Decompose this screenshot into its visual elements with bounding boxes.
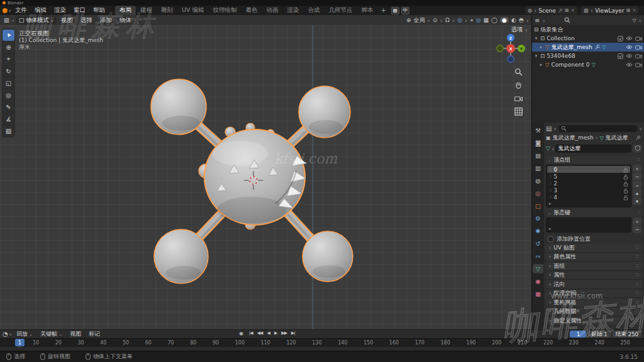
outliner-row-collection[interactable]: ▾ ⊡ Collection	[532, 34, 644, 43]
chevron-down-icon[interactable]: ∨	[452, 18, 455, 23]
menubar-menu[interactable]: 文件	[11, 6, 31, 14]
gizmo-y-axis[interactable]: Y	[518, 45, 525, 52]
collapsed-panel[interactable]: › 法向 ∷	[546, 280, 642, 289]
properties-tab[interactable]: ◍	[533, 176, 543, 185]
move-up-button[interactable]: ▴	[633, 189, 641, 197]
options-button[interactable]: 选项∨	[511, 26, 528, 34]
workspace-tab[interactable]: 脚本	[357, 6, 377, 16]
pin-icon[interactable]	[558, 8, 563, 13]
properties-tab[interactable]: ▦	[533, 289, 543, 299]
tool-button[interactable]: ∡	[3, 113, 14, 124]
shading-wireframe-icon[interactable]: ◯	[491, 17, 497, 23]
workspace-tab[interactable]: 着色	[241, 6, 262, 16]
transport-button[interactable]: |◀	[248, 330, 254, 336]
panel-menu-icon[interactable]: ∷	[636, 263, 639, 269]
expand-arrow-icon[interactable]: ▸	[549, 201, 552, 206]
eye-icon[interactable]	[626, 36, 633, 41]
mode-selector[interactable]: □ 物体模式 ∨	[16, 16, 57, 25]
properties-tab[interactable]: ◙	[533, 138, 543, 148]
remove-vertex-group-button[interactable]: −	[633, 173, 641, 180]
camera-icon[interactable]	[635, 45, 642, 50]
properties-tab[interactable]: ▤	[533, 151, 543, 160]
panel-menu-icon[interactable]: ∷	[636, 290, 639, 296]
chevron-down-icon[interactable]: ∨	[440, 18, 443, 23]
vertex-groups-panel-header[interactable]: ⌄ 顶点组 ∷	[546, 156, 642, 164]
pin-icon[interactable]	[635, 135, 641, 141]
menubar-menu[interactable]: 帮助	[89, 6, 109, 14]
workspace-tab[interactable]: 渲染	[282, 6, 303, 16]
collapsed-panel[interactable]: › 几何数据 ∷	[546, 308, 642, 317]
workspace-tab[interactable]: 几何节点	[324, 6, 357, 16]
breadcrumb-data[interactable]: 鬼武达摩	[606, 134, 628, 142]
rest-position-checkbox[interactable]	[548, 236, 553, 242]
properties-search-input[interactable]	[558, 125, 638, 132]
camera-icon[interactable]	[635, 62, 642, 67]
collapsed-panel[interactable]: › 重构网格 ∷	[546, 299, 642, 307]
panel-menu-icon[interactable]: ∷	[636, 254, 639, 260]
ime-keyboard-icon[interactable]: ▦	[391, 7, 399, 14]
orientation-label[interactable]: 全局	[414, 16, 425, 25]
frame-end-field[interactable]: 结束250	[613, 331, 641, 337]
shading-solid-icon[interactable]: ●	[500, 17, 509, 23]
workspace-tab[interactable]: 建模	[136, 6, 157, 16]
ime-language-indicator[interactable]: 中	[401, 7, 409, 14]
proportional-edit-icon[interactable]: ◎	[457, 17, 462, 23]
timeline-menu[interactable]: 标记	[86, 330, 103, 338]
lock-icon[interactable]	[623, 187, 628, 194]
playhead[interactable]: 1	[15, 339, 25, 346]
lock-icon[interactable]	[623, 173, 628, 180]
shading-material-icon[interactable]: ◐	[511, 17, 516, 23]
timeline-ruler[interactable]: 1 10203040506070809010011012013014015016…	[0, 338, 644, 347]
panel-menu-icon[interactable]: ∷	[636, 309, 639, 314]
outliner-row-component[interactable]: ▸ ▽ Component 0 ▽	[532, 60, 644, 69]
chevron-down-icon[interactable]: ∨	[640, 126, 642, 131]
camera-icon[interactable]	[635, 36, 642, 41]
chevron-down-icon[interactable]: ∨	[552, 146, 554, 151]
shading-rendered-icon[interactable]: ◓	[519, 17, 524, 23]
viewport-menu[interactable]: 添加	[97, 16, 115, 25]
gizmos-toggle-icon[interactable]: ⌖	[470, 17, 473, 24]
collapsed-panel[interactable]: › 面组 ∷	[546, 262, 642, 271]
workspace-tab[interactable]: 雕刻	[157, 6, 177, 16]
new-scene-icon[interactable]: ⊞	[565, 8, 569, 13]
gizmo-z-neg-axis[interactable]	[507, 55, 514, 63]
new-view-layer-icon[interactable]: ⊞	[626, 8, 631, 13]
filter-funnel-icon[interactable]: ▽	[632, 18, 636, 23]
expand-arrow-icon[interactable]: ▸	[539, 62, 543, 67]
properties-tab[interactable]: □	[533, 201, 543, 211]
camera-view-icon[interactable]	[514, 94, 523, 102]
vertex-group-row[interactable]: ∴ 2	[547, 180, 630, 187]
viewport-3d[interactable]: 正交右视图 (1) Collection | 鬼武达摩_mesh 厘米 ➤⊕⌖↻…	[0, 25, 531, 329]
timeline-menu[interactable]: 回放	[13, 330, 36, 338]
expand-arrow-icon[interactable]: ▾	[534, 36, 538, 41]
menubar-menu[interactable]: 窗口	[70, 6, 89, 14]
current-frame-field[interactable]: 1	[570, 331, 586, 337]
vertex-group-row[interactable]: ∴ 3	[547, 187, 630, 194]
chevron-down-icon[interactable]: ∨	[465, 18, 467, 23]
properties-tab[interactable]: ▽	[533, 264, 543, 273]
eye-icon[interactable]	[626, 53, 633, 58]
gizmo-y-neg-axis[interactable]	[496, 45, 504, 52]
panel-menu-icon[interactable]: ∷	[636, 318, 639, 324]
expand-arrow-icon[interactable]: ▾	[534, 53, 538, 58]
datablock-name-field[interactable]: 鬼武达摩	[555, 145, 631, 153]
vertex-group-row[interactable]: ∴ 4	[547, 194, 630, 200]
transport-button[interactable]: ◀	[266, 330, 271, 336]
blender-menu-button[interactable]: ∨	[3, 7, 11, 14]
close-icon[interactable]: ×	[632, 8, 636, 13]
properties-tab[interactable]: ↺	[533, 239, 543, 248]
transport-button[interactable]: ▶	[273, 330, 278, 336]
workspace-tab[interactable]: 合成	[303, 6, 324, 16]
checkbox-icon[interactable]	[618, 36, 623, 41]
gizmo-z-axis[interactable]: Z	[507, 34, 514, 41]
auto-keying-icon[interactable]: ◉	[239, 331, 243, 336]
view-layer-selector[interactable]: ▥ ∨ ViewLayer ⊞ ×	[581, 6, 639, 14]
lock-icon[interactable]	[623, 194, 628, 200]
tool-button[interactable]: ⊕	[3, 41, 14, 53]
tool-button[interactable]: ⌖	[3, 53, 14, 65]
expand-arrow-icon[interactable]: ▸	[549, 226, 552, 231]
panel-menu-icon[interactable]: ∷	[637, 157, 640, 163]
ortho-grid-icon[interactable]	[514, 107, 523, 116]
tool-button[interactable]: ◱	[3, 77, 14, 89]
search-icon[interactable]	[564, 17, 570, 23]
